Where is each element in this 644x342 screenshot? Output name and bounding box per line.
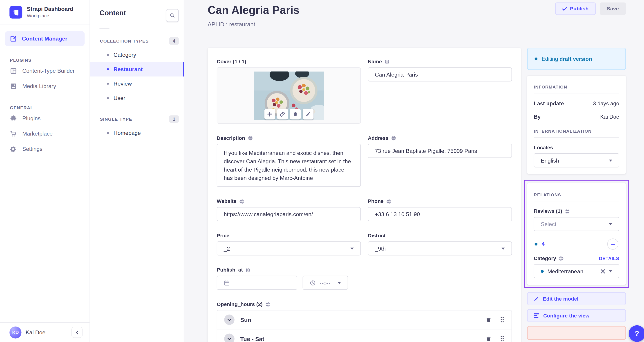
remove-relation-button[interactable]: [607, 238, 618, 250]
price-select[interactable]: _2: [217, 241, 361, 255]
field-label: Phone: [368, 198, 384, 204]
delete-entry-button-partial[interactable]: [527, 326, 626, 340]
entry-label: Sun: [240, 316, 251, 323]
internationalization-title: INTERNATIONALIZATION: [534, 128, 619, 133]
information-title: INFORMATION: [534, 84, 619, 89]
subnav-item-restaurant[interactable]: Restaurant: [90, 62, 184, 76]
delete-entry-button[interactable]: [486, 317, 491, 323]
address-field: Address 73 rue Jean Baptiste Pigalle, 75…: [368, 135, 512, 187]
sidebar-item-plugins[interactable]: Plugins: [0, 111, 90, 126]
linked-review-item: 4: [534, 238, 618, 250]
locales-label: Locales: [534, 145, 619, 151]
field-label: Price: [217, 233, 229, 239]
sidebar-item-label: Settings: [22, 146, 42, 152]
phone-field: Phone +33 6 13 10 51 90: [368, 198, 512, 221]
subnav-item-label: Homepage: [114, 130, 141, 136]
sidebar-item-content-type-builder[interactable]: Content-Type Builder: [0, 63, 90, 79]
expand-entry-button[interactable]: [224, 334, 234, 342]
bullet-icon: [107, 54, 109, 56]
expand-entry-button[interactable]: [224, 314, 234, 325]
relations-title: RELATIONS: [534, 192, 619, 197]
sidebar-item-media-library[interactable]: Media Library: [0, 79, 90, 94]
clear-icon[interactable]: [600, 269, 605, 273]
add-asset-button[interactable]: [264, 109, 275, 120]
globe-icon: [248, 135, 253, 141]
reviews-label: Reviews (1): [534, 208, 562, 214]
group-label: SINGLE TYPE: [100, 117, 132, 122]
cover-actions: [264, 109, 313, 120]
chevron-down-icon: [228, 337, 232, 340]
subnav-item-user[interactable]: User: [90, 91, 184, 105]
cart-icon: [10, 130, 17, 137]
edit-form-card: Cover (1 / 1): [208, 48, 521, 342]
puzzle-icon: [10, 115, 17, 122]
main-sidebar: Strapi Dashboard Workplace Content Manag…: [0, 0, 90, 342]
entry-label: Tue - Sat: [240, 335, 264, 342]
drag-handle-icon[interactable]: [500, 336, 504, 342]
category-select[interactable]: Mediterranean: [534, 264, 619, 278]
delete-entry-button[interactable]: [486, 336, 491, 342]
chevron-down-icon: [609, 159, 612, 161]
divider: [534, 137, 619, 138]
check-icon: [562, 7, 567, 11]
configure-view-button[interactable]: Configure the view: [527, 309, 626, 322]
delete-asset-button[interactable]: [290, 109, 301, 120]
reviews-select[interactable]: Select: [534, 217, 619, 231]
date-input[interactable]: [217, 276, 297, 290]
phone-input[interactable]: +33 6 13 10 51 90: [368, 207, 512, 221]
globe-icon: [386, 199, 392, 204]
globe-icon: [558, 256, 564, 261]
sidebar-item-label: Plugins: [22, 115, 40, 122]
address-input[interactable]: 73 rue Jean Baptiste Pigalle, 75009 Pari…: [368, 144, 512, 158]
website-input[interactable]: https://www.canalegriaparis.com/en/: [217, 207, 361, 221]
publish-button[interactable]: Publish: [555, 3, 596, 15]
price-field: Price _2: [217, 233, 361, 256]
field-label: Website: [217, 198, 236, 204]
help-button[interactable]: ?: [629, 325, 644, 342]
app-title: Strapi Dashboard: [27, 6, 73, 12]
workspace-header[interactable]: Strapi Dashboard Workplace: [0, 0, 90, 24]
search-button[interactable]: [166, 9, 179, 22]
name-input[interactable]: Can Alegria Paris: [368, 67, 512, 81]
avatar: KD: [10, 326, 21, 338]
filter-bars-icon: [534, 313, 539, 318]
drag-handle-icon[interactable]: [500, 316, 504, 323]
details-link[interactable]: DETAILS: [599, 256, 619, 261]
website-field: Website https://www.canalegriaparis.com/…: [217, 198, 361, 221]
single-type-group: SINGLE TYPE 1 Homepage: [90, 115, 184, 140]
media-icon: [10, 83, 17, 90]
publish-at-field: Publish_at --:--: [217, 267, 361, 290]
description-field: Description If you like Mediterranean an…: [217, 135, 361, 187]
collapse-sidebar-button[interactable]: [72, 327, 83, 338]
pencil-icon: [534, 296, 539, 301]
save-button[interactable]: Save: [600, 3, 626, 15]
description-textarea[interactable]: If you like Mediterranean and exotic dis…: [217, 144, 361, 187]
layout-icon: [10, 67, 17, 74]
subnav-item-homepage[interactable]: Homepage: [90, 126, 184, 140]
cover-dropzone[interactable]: [217, 67, 361, 124]
review-link[interactable]: 4: [542, 241, 544, 247]
globe-icon: [239, 199, 244, 204]
edit-model-button[interactable]: Edit the model: [527, 292, 626, 305]
sidebar-item-label: Media Library: [22, 83, 56, 89]
subnav-item-review[interactable]: Review: [90, 77, 184, 91]
time-input[interactable]: --:--: [303, 276, 348, 290]
user-name: Kai Doe: [26, 329, 46, 335]
field-label: Name: [368, 59, 382, 65]
sidebar-item-label: Marketplace: [22, 131, 52, 137]
sidebar-item-content-manager[interactable]: Content Manager: [5, 31, 84, 46]
trash-icon: [486, 336, 491, 342]
copy-link-button[interactable]: [277, 109, 288, 120]
globe-icon: [391, 135, 396, 141]
sidebar-item-settings[interactable]: Settings: [0, 141, 90, 157]
main-content: Can Alegria Paris API ID : restaurant Pu…: [184, 0, 644, 342]
district-field: District _9th: [368, 233, 512, 256]
divider: [534, 93, 619, 93]
sidebar-item-marketplace[interactable]: Marketplace: [0, 126, 90, 141]
locale-select[interactable]: English: [534, 153, 619, 167]
cover-field: Cover (1 / 1): [217, 59, 361, 124]
edit-asset-button[interactable]: [303, 109, 314, 120]
subnav-item-category[interactable]: Category: [90, 48, 184, 62]
district-select[interactable]: _9th: [368, 241, 512, 255]
pencil-icon: [306, 112, 310, 117]
